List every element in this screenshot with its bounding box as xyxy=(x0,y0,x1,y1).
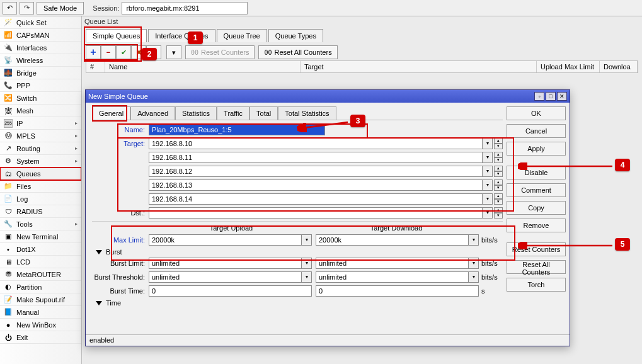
dlg-reset-all-counters-button[interactable]: Reset All Counters xyxy=(507,260,566,274)
dst-up-icon[interactable]: ▴ xyxy=(494,207,503,213)
sidebar-item-dot1x[interactable]: •Dot1X xyxy=(0,243,81,256)
burstlimit-download-dd[interactable]: ▾ xyxy=(469,258,479,269)
maxlimit-download-input[interactable] xyxy=(316,234,469,246)
target-del-0[interactable]: ▾ xyxy=(494,144,503,149)
dst-dropdown[interactable]: ▾ xyxy=(483,207,493,219)
burstthr-download-dd[interactable]: ▾ xyxy=(469,271,479,283)
dlg-ok-button[interactable]: OK xyxy=(507,106,566,120)
col-name[interactable]: Name xyxy=(105,61,301,72)
sidebar-item-supout[interactable]: 📝Make Supout.rif xyxy=(0,293,81,306)
sidebar-item-partition[interactable]: ◐Partition xyxy=(0,281,81,293)
maxlimit-upload-dd[interactable]: ▾ xyxy=(302,234,312,246)
target-del-4[interactable]: ▾ xyxy=(494,199,503,205)
sidebar-item-lcd[interactable]: 🖥LCD xyxy=(0,256,81,268)
dlg-torch-button[interactable]: Torch xyxy=(507,278,566,292)
dlg-tab-advanced[interactable]: Advanced xyxy=(130,106,175,120)
col-target[interactable]: Target xyxy=(301,61,537,72)
dst-down-icon[interactable]: ▾ xyxy=(494,213,503,219)
target-dd-0[interactable]: ▾ xyxy=(483,138,493,149)
reset-all-counters-button[interactable]: 00Reset All Counters xyxy=(258,45,337,59)
add-queue-button[interactable]: + xyxy=(86,45,101,59)
dlg-apply-button[interactable]: Apply xyxy=(507,142,566,156)
target-add-0[interactable]: ▴ xyxy=(494,138,503,144)
dlg-cancel-button[interactable]: Cancel xyxy=(507,124,566,138)
burstlimit-upload-input[interactable] xyxy=(149,258,302,269)
burst-toggle[interactable] xyxy=(96,250,102,254)
target-add-3[interactable]: ▴ xyxy=(494,179,503,185)
target-dd-2[interactable]: ▾ xyxy=(483,166,493,177)
dialog-close-button[interactable]: ✕ xyxy=(557,92,567,101)
burstthr-upload-dd[interactable]: ▾ xyxy=(302,271,312,283)
sidebar-item-mpls[interactable]: ⓂMPLS▸ xyxy=(0,130,81,142)
sidebar-item-metarouter[interactable]: ⛃MetaROUTER xyxy=(0,268,81,281)
sidebar-item-capsman[interactable]: 📶CAPsMAN xyxy=(0,29,81,42)
enable-button[interactable]: ✔ xyxy=(116,45,131,59)
sidebar-item-quickset[interactable]: 🪄Quick Set xyxy=(0,16,81,29)
time-toggle[interactable] xyxy=(96,301,102,305)
undo-button[interactable]: ↶ xyxy=(3,2,17,14)
sidebar-item-interfaces[interactable]: 🔌Interfaces xyxy=(0,42,81,54)
tab-queue-types[interactable]: Queue Types xyxy=(268,29,323,42)
dlg-remove-button[interactable]: Remove xyxy=(507,219,566,232)
burstthr-download-input[interactable] xyxy=(316,271,469,283)
dlg-tab-total-statistics[interactable]: Total Statistics xyxy=(278,106,336,120)
remove-queue-button[interactable]: − xyxy=(101,45,116,59)
dlg-tab-general[interactable]: General xyxy=(92,106,130,120)
sidebar-item-switch[interactable]: 🔀Switch xyxy=(0,92,81,105)
dlg-copy-button[interactable]: Copy xyxy=(507,201,566,215)
tab-queue-tree[interactable]: Queue Tree xyxy=(217,29,267,42)
sidebar-item-system[interactable]: ⚙System▸ xyxy=(0,155,81,168)
tab-simple-queues[interactable]: Simple Queues xyxy=(86,29,147,42)
sidebar-item-newterm[interactable]: ▣New Terminal xyxy=(0,230,81,243)
redo-button[interactable]: ↷ xyxy=(20,2,34,14)
sidebar-item-newwinbox[interactable]: ●New WinBox xyxy=(0,319,81,331)
sidebar-item-files[interactable]: 📁Files xyxy=(0,180,81,193)
filter-button[interactable]: ▾ xyxy=(166,45,181,59)
col-upload-max[interactable]: Upload Max Limit xyxy=(537,61,600,72)
burstthr-upload-input[interactable] xyxy=(149,271,302,283)
sidebar-item-exit[interactable]: ⏻Exit xyxy=(0,331,81,344)
sidebar-item-log[interactable]: 📄Log xyxy=(0,193,81,205)
target-del-3[interactable]: ▾ xyxy=(494,185,503,191)
sidebar-item-routing[interactable]: ↗Routing▸ xyxy=(0,142,81,155)
sidebar-item-manual[interactable]: 📘Manual xyxy=(0,306,81,319)
burstlimit-upload-dd[interactable]: ▾ xyxy=(302,258,312,269)
target-add-2[interactable]: ▴ xyxy=(494,166,503,171)
dialog-maximize-button[interactable]: □ xyxy=(546,92,556,101)
target-del-1[interactable]: ▾ xyxy=(494,157,503,163)
safe-mode-button[interactable]: Safe Mode xyxy=(37,2,84,14)
sidebar-item-radius[interactable]: 🛡RADIUS xyxy=(0,205,81,218)
target-del-2[interactable]: ▾ xyxy=(494,171,503,177)
sidebar-item-ppp[interactable]: 📞PPP xyxy=(0,79,81,92)
target-add-1[interactable]: ▴ xyxy=(494,152,503,157)
sidebar-item-wireless[interactable]: 📡Wireless xyxy=(0,54,81,67)
sidebar-item-mesh[interactable]: 🕸Mesh xyxy=(0,105,81,117)
target-input-4[interactable] xyxy=(149,193,483,205)
target-input-0[interactable] xyxy=(149,138,483,149)
target-add-4[interactable]: ▴ xyxy=(494,193,503,199)
sidebar-item-ip[interactable]: 255IP▸ xyxy=(0,117,81,130)
target-dd-1[interactable]: ▾ xyxy=(483,152,493,163)
reset-counters-button[interactable]: 00Reset Counters xyxy=(185,45,255,59)
sidebar-item-tools[interactable]: 🔧Tools▸ xyxy=(0,218,81,230)
sidebar-item-queues[interactable]: 🗂Queues xyxy=(0,168,81,180)
target-dd-3[interactable]: ▾ xyxy=(483,179,493,191)
tab-interface-queues[interactable]: Interface Queues xyxy=(148,29,215,42)
target-dd-4[interactable]: ▾ xyxy=(483,193,493,205)
col-download-max[interactable]: Downloa xyxy=(600,61,638,72)
burstlimit-download-input[interactable] xyxy=(316,258,469,269)
sidebar-item-bridge[interactable]: 🌉Bridge xyxy=(0,67,81,79)
bursttime-download-input[interactable] xyxy=(316,285,479,297)
dlg-comment-button[interactable]: Comment xyxy=(507,183,566,197)
col-index[interactable]: # xyxy=(86,61,105,72)
bursttime-upload-input[interactable] xyxy=(149,285,312,297)
target-input-3[interactable] xyxy=(149,179,483,191)
dst-input[interactable] xyxy=(149,207,483,219)
dlg-tab-statistics[interactable]: Statistics xyxy=(175,106,217,120)
dlg-tab-total[interactable]: Total xyxy=(249,106,278,120)
dlg-tab-traffic[interactable]: Traffic xyxy=(217,106,249,120)
maxlimit-download-dd[interactable]: ▾ xyxy=(469,234,479,246)
dialog-undock-button[interactable]: ▫ xyxy=(534,92,544,101)
maxlimit-upload-input[interactable] xyxy=(149,234,302,246)
target-input-2[interactable] xyxy=(149,166,483,177)
